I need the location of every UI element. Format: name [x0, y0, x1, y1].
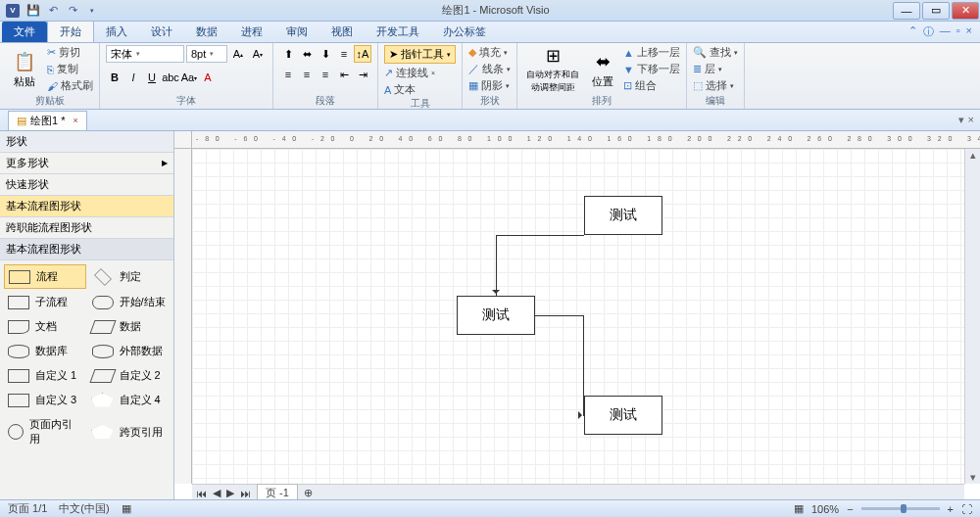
view-normal-icon[interactable]: ▦	[794, 502, 804, 515]
shape-custom1[interactable]: 自定义 1	[4, 364, 86, 387]
format-painter-button[interactable]: 🖌格式刷	[47, 78, 93, 93]
shape-onpage-ref[interactable]: 页面内引用	[4, 413, 86, 450]
zoom-out-button[interactable]: −	[847, 503, 853, 515]
position-button[interactable]: ⬌位置	[586, 45, 619, 94]
align-middle-button[interactable]: ⬌	[298, 45, 316, 63]
maximize-button[interactable]: ▭	[922, 2, 950, 20]
send-backward-button[interactable]: ▼下移一层	[623, 62, 680, 76]
copy-button[interactable]: ⎘复制	[47, 62, 93, 76]
align-top-button[interactable]: ⬆	[279, 45, 297, 63]
bold-button[interactable]: B	[106, 69, 123, 86]
grow-font-button[interactable]: A▴	[229, 45, 247, 63]
prev-page-button[interactable]: ◀	[213, 487, 220, 499]
mdi-min-icon[interactable]: —	[940, 24, 951, 39]
flowchart-box-2[interactable]: 测试	[457, 296, 535, 335]
document-tab[interactable]: ▤ 绘图1 * ×	[8, 111, 87, 130]
new-page-button[interactable]: ⊕	[304, 487, 313, 499]
close-doc-icon[interactable]: ×	[73, 116, 77, 125]
shape-start-end[interactable]: 开始/结束	[88, 291, 171, 313]
shape-process[interactable]: 流程	[4, 264, 86, 289]
shape-custom3[interactable]: 自定义 3	[4, 389, 86, 411]
bullets-button[interactable]: ≡	[335, 45, 353, 63]
paste-button[interactable]: 📋粘贴	[6, 45, 43, 94]
qat-more-icon[interactable]: ▾	[84, 3, 100, 19]
shape-offpage-ref[interactable]: 跨页引用	[88, 413, 171, 450]
doc-nav-close-icon[interactable]: ×	[968, 114, 974, 126]
strike-button[interactable]: abc	[162, 69, 179, 86]
macro-icon[interactable]: ▦	[122, 502, 131, 515]
tab-view[interactable]: 视图	[319, 22, 365, 42]
align-center-button[interactable]: ≡	[298, 66, 316, 83]
shrink-font-button[interactable]: A▾	[249, 45, 267, 63]
pointer-tool-button[interactable]: ➤指针工具▾	[384, 45, 456, 64]
language-status[interactable]: 中文(中国)	[59, 501, 109, 516]
drawing-canvas[interactable]: 测试 测试 测试	[192, 149, 964, 484]
tab-home[interactable]: 开始	[47, 21, 94, 42]
font-color-button[interactable]: A	[199, 69, 217, 86]
shape-custom4[interactable]: 自定义 4	[88, 389, 171, 411]
tab-office[interactable]: 办公标签	[431, 22, 498, 42]
zoom-level[interactable]: 106%	[811, 503, 839, 515]
minimize-ribbon-icon[interactable]: ⌃	[908, 24, 917, 39]
text-direction-button[interactable]: ↕A	[354, 45, 371, 63]
underline-button[interactable]: U	[143, 69, 161, 86]
group-button[interactable]: ⊡组合	[623, 78, 680, 93]
fill-button[interactable]: ◆填充▾	[468, 45, 508, 60]
help-icon[interactable]: ⓘ	[923, 24, 934, 39]
last-page-button[interactable]: ⏭	[240, 488, 251, 499]
shape-subprocess[interactable]: 子流程	[4, 291, 86, 313]
shape-decision[interactable]: 判定	[88, 264, 171, 289]
fit-page-button[interactable]: ⛶	[961, 503, 972, 515]
tab-data[interactable]: 数据	[184, 22, 229, 42]
italic-button[interactable]: I	[124, 69, 142, 86]
align-left-button[interactable]: ≡	[279, 66, 297, 83]
shapes-cat-basic-flow[interactable]: 基本流程图形状	[0, 196, 173, 217]
connector-tool-button[interactable]: ↗连接线×	[384, 66, 435, 80]
change-case-button[interactable]: Aa▾	[180, 69, 198, 86]
tab-review[interactable]: 审阅	[274, 22, 319, 42]
minimize-button[interactable]: —	[893, 2, 920, 20]
align-bottom-button[interactable]: ⬇	[317, 45, 334, 63]
first-page-button[interactable]: ⏮	[196, 488, 207, 499]
select-button[interactable]: ⬚选择▾	[693, 78, 734, 93]
shapes-panel-header[interactable]: 形状	[0, 131, 173, 153]
shadow-button[interactable]: ▦阴影▾	[468, 78, 510, 93]
shape-document[interactable]: 文档	[4, 315, 86, 338]
tab-insert[interactable]: 插入	[94, 22, 139, 42]
close-button[interactable]: ✕	[952, 2, 979, 20]
flowchart-box-3[interactable]: 测试	[584, 396, 662, 435]
indent-inc-button[interactable]: ⇥	[354, 66, 371, 83]
shape-data[interactable]: 数据	[88, 315, 171, 338]
shape-database[interactable]: 数据库	[4, 340, 86, 362]
tab-dev[interactable]: 开发工具	[365, 22, 431, 42]
find-button[interactable]: 🔍查找▾	[693, 45, 738, 60]
zoom-in-button[interactable]: +	[948, 503, 954, 515]
tab-process[interactable]: 进程	[229, 22, 274, 42]
indent-dec-button[interactable]: ⇤	[335, 66, 353, 83]
tab-file[interactable]: 文件	[2, 22, 47, 42]
zoom-slider[interactable]	[861, 507, 940, 510]
flowchart-box-1[interactable]: 测试	[584, 196, 662, 235]
text-tool-button[interactable]: A文本	[384, 82, 416, 97]
bring-forward-button[interactable]: ▲上移一层	[623, 45, 680, 60]
shape-custom2[interactable]: 自定义 2	[88, 364, 171, 387]
tab-design[interactable]: 设计	[139, 22, 184, 42]
shape-external-data[interactable]: 外部数据	[88, 340, 171, 362]
save-icon[interactable]: 💾	[25, 3, 41, 19]
font-family-combo[interactable]: 宋体▾	[106, 45, 184, 63]
align-right-button[interactable]: ≡	[317, 66, 334, 83]
vertical-scrollbar[interactable]: ▴▾	[964, 149, 980, 484]
line-button[interactable]: ／线条▾	[468, 62, 511, 76]
redo-icon[interactable]: ↷	[65, 3, 80, 19]
next-page-button[interactable]: ▶	[226, 487, 234, 499]
shapes-cat-quick[interactable]: 快速形状	[0, 174, 173, 196]
layer-button[interactable]: ≣层▾	[693, 62, 722, 76]
shapes-more[interactable]: 更多形状▶	[0, 153, 173, 174]
mdi-close-icon[interactable]: ×	[966, 24, 972, 39]
shapes-cat-cross-func[interactable]: 跨职能流程图形状	[0, 217, 173, 239]
undo-icon[interactable]: ↶	[45, 3, 61, 19]
mdi-restore-icon[interactable]: ▫	[956, 24, 960, 39]
font-size-combo[interactable]: 8pt▾	[186, 45, 227, 63]
doc-nav-dropdown-icon[interactable]: ▾	[958, 114, 964, 126]
cut-button[interactable]: ✂剪切	[47, 45, 93, 60]
